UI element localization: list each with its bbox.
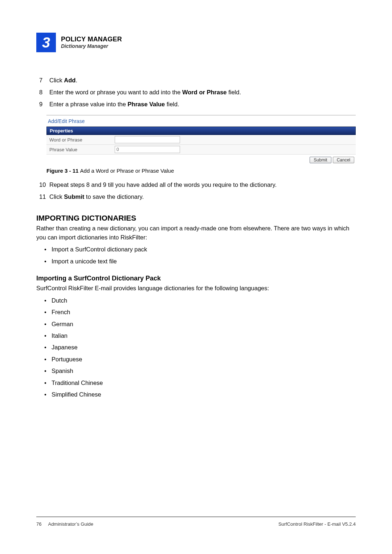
step-item: 9Enter a phrase value into the Phrase Va… [39, 100, 356, 109]
import-ways-list: Import a SurfControl dictionary pack Imp… [44, 245, 356, 266]
page-number: 76 [36, 521, 41, 527]
step-text: Enter a phrase value into the Phrase Val… [49, 100, 356, 109]
page-footer: 76 Administrator’s Guide SurfControl Ris… [36, 517, 356, 527]
phrase-value-input[interactable] [115, 146, 180, 153]
subsection-intro: SurfControl RiskFilter E-mail provides l… [36, 284, 356, 293]
section-heading-importing: IMPORTING DICTIONARIES [36, 214, 356, 222]
t4: ANAGER [93, 36, 122, 43]
step-text: Click Add. [49, 76, 356, 85]
figure-row-word: Word or Phrase [46, 135, 356, 145]
subsection-heading-pack: Importing a SurfControl Dictionary Pack [36, 275, 356, 282]
figure-screenshot: Add/Edit Phrase Properties Word or Phras… [46, 115, 356, 165]
list-item: Traditional Chinese [44, 378, 356, 387]
t2: OLICY [65, 36, 86, 43]
header-subtitle: Dictionary Manager [61, 43, 122, 49]
header-title: POLICY MANAGER [61, 36, 122, 43]
h2d: ICTIONARIES [87, 214, 136, 222]
h2c: D [79, 214, 87, 222]
step-num: 7 [39, 76, 49, 85]
step-num: 11 [39, 192, 49, 201]
page: 3 POLICY MANAGER Dictionary Manager 7Cli… [0, 0, 392, 554]
list-item: Spanish [44, 366, 356, 376]
guide-name: Administrator’s Guide [48, 521, 93, 527]
figure-row-label: Word or Phrase [49, 137, 115, 143]
list-item: Dutch [44, 296, 356, 305]
list-item: Italian [44, 331, 356, 340]
figure-caption-text: Add a Word or Phrase or Phrase Value [80, 168, 174, 174]
header-text: POLICY MANAGER Dictionary Manager [61, 36, 122, 49]
step-item: 10Repeat steps 8 and 9 till you have add… [39, 180, 356, 189]
footer-left: 76 Administrator’s Guide [36, 521, 93, 527]
page-header: 3 POLICY MANAGER Dictionary Manager [36, 33, 356, 52]
t3: M [86, 36, 93, 43]
product-version: SurfControl RiskFilter - E-mail V5.2.4 [278, 521, 356, 527]
figure-row-value: Phrase Value [46, 145, 356, 155]
figure-properties-header: Properties [46, 127, 356, 135]
steps-list-b: 10Repeat steps 8 and 9 till you have add… [36, 180, 356, 201]
submit-button[interactable]: Submit [310, 157, 331, 163]
h2b: MPORTING [38, 214, 79, 222]
step-num: 8 [39, 88, 49, 97]
step-num: 10 [39, 180, 49, 189]
chapter-number-badge: 3 [36, 33, 56, 52]
list-item: Import a unicode text file [44, 257, 356, 266]
step-item: 8Enter the word or phrase you want to ad… [39, 88, 356, 97]
list-item: Japanese [44, 342, 356, 352]
list-item: Simplified Chinese [44, 390, 356, 399]
list-item: Import a SurfControl dictionary pack [44, 245, 356, 254]
figure-row-label: Phrase Value [49, 147, 115, 152]
step-text: Click Submit to save the dictionary. [49, 192, 356, 201]
word-or-phrase-input[interactable] [115, 136, 180, 143]
figure-panel-title: Add/Edit Phrase [46, 115, 356, 127]
figure-actions: Submit Cancel [46, 155, 356, 165]
figure-caption: Figure 3 - 11 Add a Word or Phrase or Ph… [46, 168, 356, 174]
step-item: 7Click Add. [39, 76, 356, 85]
steps-list-a: 7Click Add. 8Enter the word or phrase yo… [36, 76, 356, 108]
section-intro: Rather than creating a new dictionary, y… [36, 224, 356, 242]
step-text: Enter the word or phrase you want to add… [49, 88, 356, 97]
languages-list: Dutch French German Italian Japanese Por… [44, 296, 356, 399]
list-item: Portuguese [44, 354, 356, 364]
t1: P [61, 36, 65, 43]
step-text: Repeat steps 8 and 9 till you have added… [49, 180, 356, 189]
step-num: 9 [39, 100, 49, 109]
cancel-button[interactable]: Cancel [333, 157, 354, 163]
list-item: German [44, 319, 356, 329]
figure-caption-label: Figure 3 - 11 [46, 168, 80, 174]
list-item: French [44, 307, 356, 317]
step-item: 11Click Submit to save the dictionary. [39, 192, 356, 201]
